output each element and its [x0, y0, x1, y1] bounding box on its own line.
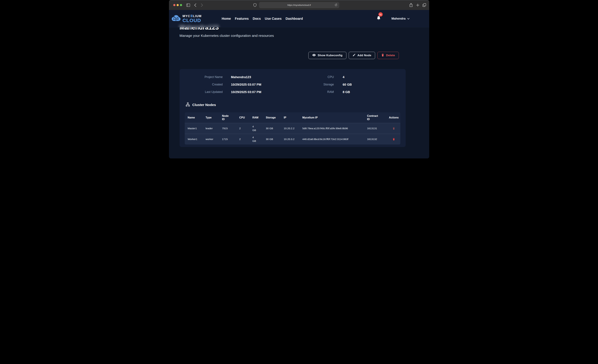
- close-window-button[interactable]: [173, 4, 175, 6]
- share-icon[interactable]: [409, 0, 413, 10]
- node-mycelium-ip: 446:d2a6:8bcd:8c16:ff0f:72e2:3114:863f: [299, 134, 364, 144]
- node-id: 7915: [219, 123, 236, 134]
- delete-node-button[interactable]: [392, 126, 396, 131]
- url-text: https://myceliumcloud.tf: [287, 4, 311, 6]
- logo-e-bars-icon: [191, 15, 192, 17]
- reload-icon[interactable]: [335, 3, 337, 7]
- column-header: Node ID: [219, 112, 236, 123]
- zoom-window-button[interactable]: [180, 4, 182, 6]
- bell-icon: [376, 16, 381, 21]
- table-header-row: Name Type Node ID CPU RAM Storage IP Myc…: [185, 112, 400, 123]
- table-row: Worker1 worker 1715 2 4 GB 30 GB 10.20.3…: [185, 134, 400, 144]
- node-storage: 30 GB: [263, 134, 281, 144]
- column-header: IP: [281, 112, 299, 123]
- node-type: worker: [203, 134, 219, 144]
- notification-count-badge: 11: [378, 12, 383, 17]
- nav-link-docs[interactable]: Docs: [253, 17, 261, 21]
- field-value: 10/29/2025 03:07 PM: [223, 83, 294, 86]
- eye-icon: [312, 53, 316, 58]
- chevron-down-icon: [407, 17, 410, 20]
- new-tab-icon[interactable]: [416, 0, 419, 10]
- address-bar[interactable]: https://myceliumcloud.tf: [259, 2, 339, 8]
- user-name: Mahendra: [391, 17, 406, 20]
- node-cpu: 2: [236, 134, 249, 144]
- nav-link-use-cases[interactable]: Use Cases: [265, 17, 282, 21]
- forward-icon[interactable]: [201, 0, 203, 10]
- column-header: Name: [185, 112, 203, 123]
- column-header: Actions: [387, 112, 400, 123]
- trash-icon: [392, 128, 395, 130]
- page-subtitle: Manage your Kubernetes cluster configura…: [180, 34, 274, 38]
- nav-link-dashboard[interactable]: Dashboard: [286, 17, 303, 21]
- node-name: Master1: [185, 123, 203, 134]
- field-label: Project Name: [180, 75, 223, 79]
- field-value: Mahendra123: [223, 75, 294, 79]
- minimize-window-button[interactable]: [177, 4, 179, 6]
- field-label: Created: [180, 83, 223, 86]
- field-label: Last Updated: [180, 90, 223, 94]
- project-info-grid: Project Name Mahendra123 CPU 4 Created 1…: [180, 73, 406, 96]
- field-value: 4: [334, 75, 345, 79]
- delete-cluster-button[interactable]: Delete: [377, 52, 399, 59]
- user-menu[interactable]: Mahendra: [391, 10, 410, 27]
- add-node-button[interactable]: Add Node: [349, 52, 375, 59]
- pencil-icon: [353, 53, 356, 58]
- back-icon[interactable]: [194, 0, 196, 10]
- node-type: leader: [203, 123, 219, 134]
- node-ram: 4 GB: [249, 123, 263, 134]
- node-actions: [387, 134, 400, 144]
- column-header: Type: [203, 112, 219, 123]
- node-ip: 10.20.3.2: [281, 134, 299, 144]
- column-header: CPU: [236, 112, 249, 123]
- logo-wordmark: MYCLIUM CLOUD: [183, 14, 202, 23]
- column-header: Contract ID: [364, 112, 387, 123]
- site-navbar: Mahendra123: [169, 10, 429, 27]
- node-id: 1715: [219, 134, 236, 144]
- node-ip: 10.20.2.2: [281, 123, 299, 134]
- field-label: CPU: [294, 75, 334, 79]
- field-value: 60 GB: [334, 83, 352, 86]
- browser-toolbar: https://myceliumcloud.tf: [169, 0, 429, 10]
- table-row: Master1 leader 7915 2 4 GB 30 GB 10.20.2…: [185, 123, 400, 134]
- page-content: Mahendra123 Manage your Kubernetes clust…: [169, 10, 429, 158]
- logo[interactable]: MYCLIUM CLOUD: [171, 10, 202, 27]
- cluster-nodes-table: Name Type Node ID CPU RAM Storage IP Myc…: [185, 112, 400, 144]
- nav-links: Home Features Docs Use Cases Dashboard: [222, 10, 303, 27]
- project-details-card: Project Name Mahendra123 CPU 4 Created 1…: [180, 69, 406, 147]
- tab-overview-icon[interactable]: [422, 0, 426, 10]
- delete-node-button[interactable]: [392, 137, 396, 141]
- column-header: Mycelium IP: [299, 112, 364, 123]
- node-name: Worker1: [185, 134, 203, 144]
- node-actions: [387, 123, 400, 134]
- field-value: 8 GB: [334, 90, 350, 94]
- browser-window: https://myceliumcloud.tf Mahendra123 Man…: [169, 0, 429, 158]
- column-header: RAM: [249, 112, 263, 123]
- field-value: 10/29/2025 03:07 PM: [223, 90, 294, 94]
- node-ram: 4 GB: [249, 134, 263, 144]
- node-storage: 30 GB: [263, 123, 281, 134]
- node-contract-id: 1613131: [364, 123, 387, 134]
- field-label: RAM: [294, 90, 334, 94]
- field-label: Storage: [294, 83, 334, 86]
- privacy-shield-icon[interactable]: [253, 0, 257, 10]
- nav-link-home[interactable]: Home: [222, 17, 231, 21]
- trash-icon: [392, 139, 395, 141]
- node-cpu: 2: [236, 123, 249, 134]
- cluster-nodes-heading: Cluster Nodes: [186, 102, 216, 107]
- nav-link-features[interactable]: Features: [235, 17, 249, 21]
- network-nodes-icon: [186, 102, 190, 107]
- mycelium-cloud-logo-icon: [171, 15, 181, 23]
- cluster-actions-toolbar: Show Kubeconfig Add Node Delete: [308, 52, 399, 59]
- column-header: Storage: [263, 112, 281, 123]
- trash-icon: [381, 53, 384, 58]
- sidebar-toggle-icon[interactable]: [186, 0, 190, 10]
- node-mycelium-ip: 5d8:78ea:a120:f40c:ff0f:a5fe:99e6:8b96: [299, 123, 364, 134]
- show-kubeconfig-button[interactable]: Show Kubeconfig: [308, 52, 346, 59]
- node-contract-id: 1613132: [364, 134, 387, 144]
